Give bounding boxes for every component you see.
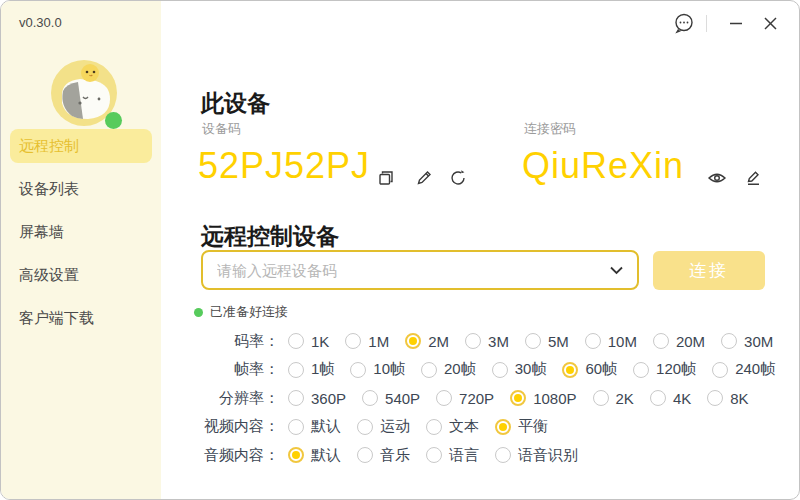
radio-option[interactable]: 默认 xyxy=(288,417,341,436)
radio-option[interactable]: 语音识别 xyxy=(495,446,578,465)
radio-option[interactable]: 音乐 xyxy=(357,446,410,465)
close-button[interactable] xyxy=(758,11,782,35)
chevron-down-icon[interactable] xyxy=(603,266,629,275)
radio-option-label: 120帧 xyxy=(656,360,696,379)
radio-group: 360P540P720P1080P2K4K8K xyxy=(288,390,765,407)
radio-option[interactable]: 30M xyxy=(721,333,773,350)
radio-option[interactable]: 运动 xyxy=(357,417,410,436)
status-text: 已准备好连接 xyxy=(210,303,288,321)
radio-icon xyxy=(593,390,609,406)
sidebar-item-client-download[interactable]: 客户端下载 xyxy=(10,301,152,335)
stream-settings: 码率：1K1M2M3M5M10M20M30M帧率：1帧10帧20帧30帧60帧1… xyxy=(201,327,786,470)
radio-option[interactable]: 1080P xyxy=(510,390,576,407)
radio-option-label: 1M xyxy=(368,333,389,350)
radio-option-label: 240帧 xyxy=(735,360,775,379)
radio-icon xyxy=(350,362,366,378)
radio-option[interactable]: 2M xyxy=(405,333,449,350)
radio-option[interactable]: 8K xyxy=(707,390,748,407)
radio-option-label: 360P xyxy=(311,390,346,407)
edit-icon[interactable] xyxy=(743,168,763,188)
radio-option-label: 5M xyxy=(548,333,569,350)
sidebar-item-screen-wall[interactable]: 屏幕墙 xyxy=(10,215,152,249)
password-label: 连接密码 xyxy=(524,120,576,138)
radio-option[interactable]: 1K xyxy=(288,333,329,350)
radio-icon xyxy=(288,419,304,435)
radio-option-label: 语音识别 xyxy=(518,446,578,465)
radio-icon xyxy=(495,447,511,463)
setting-row: 音频内容：默认音乐语言语音识别 xyxy=(201,441,786,470)
connection-status: 已准备好连接 xyxy=(194,303,288,321)
radio-option[interactable]: 3M xyxy=(465,333,509,350)
password-value: QiuReXin xyxy=(522,145,684,187)
radio-option-label: 运动 xyxy=(380,417,410,436)
radio-icon xyxy=(357,419,373,435)
setting-row: 帧率：1帧10帧20帧30帧60帧120帧240帧 xyxy=(201,356,786,385)
section-title-this-device: 此设备 xyxy=(201,88,270,119)
radio-option-label: 2M xyxy=(428,333,449,350)
refresh-icon[interactable] xyxy=(448,168,468,188)
radio-icon xyxy=(721,333,737,349)
radio-selected-icon xyxy=(562,362,578,378)
radio-option[interactable]: 文本 xyxy=(426,417,479,436)
eye-icon[interactable] xyxy=(707,168,727,188)
radio-icon xyxy=(288,362,304,378)
radio-icon xyxy=(492,362,508,378)
avatar[interactable] xyxy=(50,59,118,127)
radio-option[interactable]: 平衡 xyxy=(495,417,548,436)
radio-option-label: 默认 xyxy=(311,417,341,436)
radio-option[interactable]: 默认 xyxy=(288,446,341,465)
radio-option-label: 20M xyxy=(676,333,705,350)
radio-option-label: 1帧 xyxy=(311,360,334,379)
radio-option-label: 1K xyxy=(311,333,329,350)
radio-icon xyxy=(288,333,304,349)
remote-device-code-field xyxy=(201,250,639,290)
connect-button[interactable]: 连接 xyxy=(653,251,765,290)
radio-option[interactable]: 30帧 xyxy=(492,360,547,379)
radio-option[interactable]: 10帧 xyxy=(350,360,405,379)
radio-icon xyxy=(345,333,361,349)
radio-option-label: 60帧 xyxy=(585,360,617,379)
edit-icon[interactable] xyxy=(414,168,434,188)
radio-icon xyxy=(525,333,541,349)
radio-option[interactable]: 120帧 xyxy=(633,360,696,379)
sidebar-item-remote-control[interactable]: 远程控制 xyxy=(10,129,152,163)
remote-device-code-input[interactable] xyxy=(203,262,603,279)
radio-icon xyxy=(712,362,728,378)
radio-option[interactable]: 4K xyxy=(650,390,691,407)
radio-icon xyxy=(362,390,378,406)
feedback-chat-icon[interactable] xyxy=(672,11,696,35)
radio-icon xyxy=(465,333,481,349)
radio-icon xyxy=(421,362,437,378)
radio-option[interactable]: 20M xyxy=(653,333,705,350)
radio-option[interactable]: 1帧 xyxy=(288,360,334,379)
sidebar-menu: 远程控制设备列表屏幕墙高级设置客户端下载 xyxy=(10,129,152,344)
sidebar-item-advanced-settings[interactable]: 高级设置 xyxy=(10,258,152,292)
radio-group: 1K1M2M3M5M10M20M30M xyxy=(288,333,789,350)
radio-option[interactable]: 2K xyxy=(593,390,634,407)
radio-option[interactable]: 语言 xyxy=(426,446,479,465)
radio-option-label: 1080P xyxy=(533,390,576,407)
radio-option[interactable]: 1M xyxy=(345,333,389,350)
setting-row-label: 帧率： xyxy=(201,360,279,379)
radio-option[interactable]: 10M xyxy=(585,333,637,350)
radio-option[interactable]: 60帧 xyxy=(562,360,617,379)
radio-option-label: 20帧 xyxy=(444,360,476,379)
radio-option[interactable]: 5M xyxy=(525,333,569,350)
radio-option-label: 10帧 xyxy=(373,360,405,379)
radio-option-label: 3M xyxy=(488,333,509,350)
radio-option[interactable]: 720P xyxy=(436,390,494,407)
radio-option[interactable]: 20帧 xyxy=(421,360,476,379)
minimize-button[interactable] xyxy=(724,11,748,35)
radio-group: 1帧10帧20帧30帧60帧120帧240帧 xyxy=(288,360,791,379)
device-code-label: 设备码 xyxy=(202,120,241,138)
radio-icon xyxy=(426,447,442,463)
radio-option[interactable]: 540P xyxy=(362,390,420,407)
radio-icon xyxy=(653,333,669,349)
radio-option[interactable]: 240帧 xyxy=(712,360,775,379)
radio-option-label: 4K xyxy=(673,390,691,407)
setting-row-label: 音频内容： xyxy=(201,446,279,465)
radio-selected-icon xyxy=(495,419,511,435)
radio-option[interactable]: 360P xyxy=(288,390,346,407)
sidebar-item-device-list[interactable]: 设备列表 xyxy=(10,172,152,206)
copy-icon[interactable] xyxy=(376,168,396,188)
